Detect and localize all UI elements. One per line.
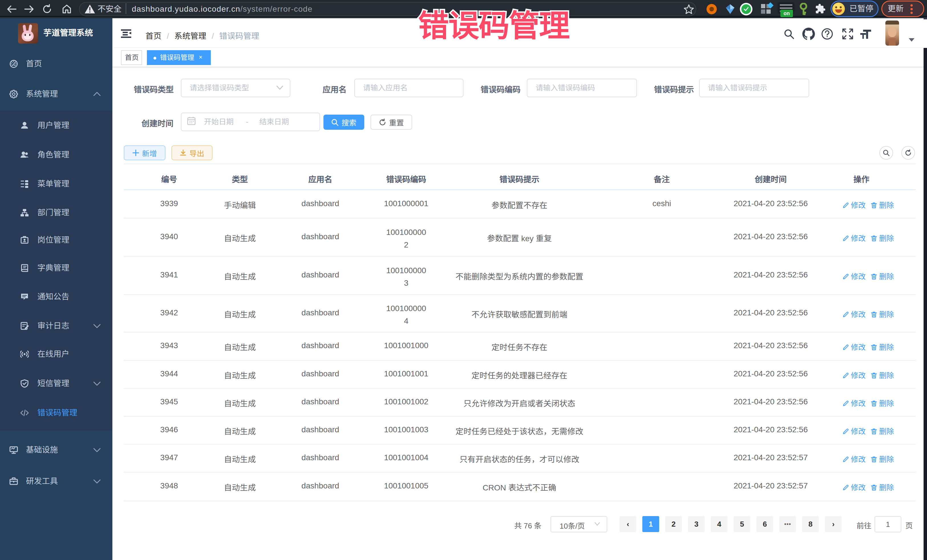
- svg-text:错误码管理: 错误码管理: [418, 9, 570, 43]
